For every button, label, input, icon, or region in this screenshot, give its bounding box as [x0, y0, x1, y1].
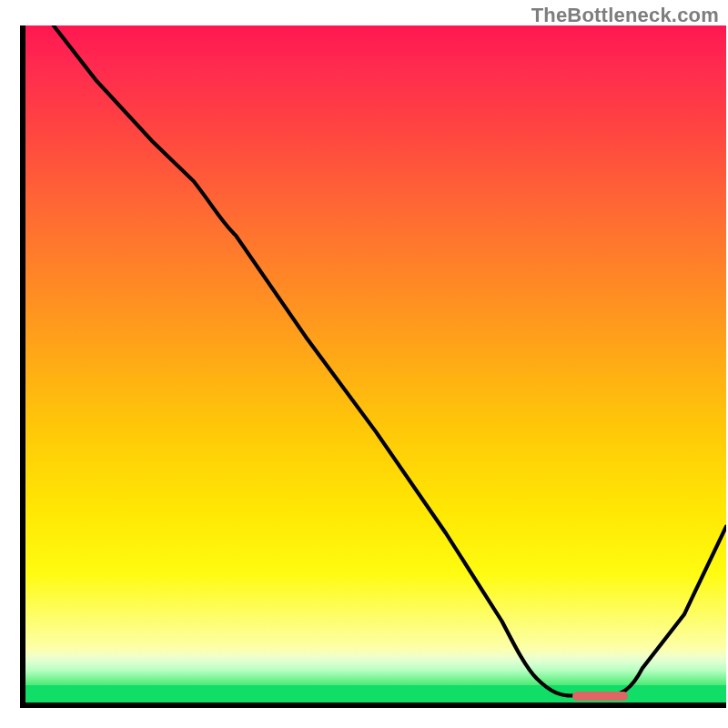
optimal-zone-marker — [572, 692, 629, 701]
plot-axes — [20, 25, 726, 708]
bottleneck-curve — [25, 25, 726, 703]
watermark-text: TheBottleneck.com — [531, 4, 719, 27]
chart-frame: TheBottleneck.com — [0, 0, 728, 728]
curve-path — [54, 25, 726, 696]
